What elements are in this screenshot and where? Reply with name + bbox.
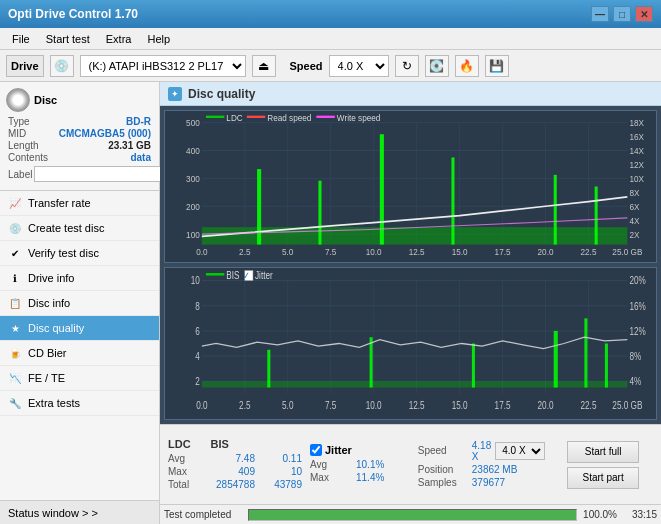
verify-icon: ✔ <box>8 246 22 260</box>
svg-text:12%: 12% <box>629 326 645 337</box>
disc-button[interactable]: 💽 <box>425 55 449 77</box>
svg-text:8%: 8% <box>629 351 641 362</box>
svg-text:18X: 18X <box>629 118 644 129</box>
svg-text:14X: 14X <box>629 145 644 156</box>
bottom-bar: Test completed 100.0% 33:15 <box>160 504 661 524</box>
sidebar-item-label: Verify test disc <box>28 247 99 259</box>
drive-icon-btn[interactable]: 💿 <box>50 55 74 77</box>
disc-quality-title: Disc quality <box>188 87 255 101</box>
disc-label-row: Label ✎ <box>6 164 153 184</box>
svg-text:12.5: 12.5 <box>409 400 425 411</box>
start-full-button[interactable]: Start full <box>567 441 639 463</box>
svg-rect-19 <box>451 157 454 244</box>
svg-rect-51 <box>316 116 334 118</box>
speed-select[interactable]: 4.0 X <box>329 55 389 77</box>
svg-text:10X: 10X <box>629 173 644 184</box>
samples-row: Samples 379677 <box>418 477 545 488</box>
disc-icon <box>6 88 30 112</box>
sidebar-item-verify-test-disc[interactable]: ✔ Verify test disc <box>0 241 159 266</box>
length-label: Length <box>8 140 39 151</box>
save-button[interactable]: 💾 <box>485 55 509 77</box>
svg-text:LDC: LDC <box>226 113 242 124</box>
sidebar-item-cd-bier[interactable]: 🍺 CD Bier <box>0 341 159 366</box>
sidebar-item-extra-tests[interactable]: 🔧 Extra tests <box>0 391 159 416</box>
svg-rect-15 <box>202 227 628 244</box>
svg-text:16%: 16% <box>629 301 645 312</box>
samples-value: 379677 <box>472 477 505 488</box>
svg-text:100: 100 <box>186 229 200 240</box>
disc-contents-row: Contents data <box>6 152 153 163</box>
svg-text:Read speed: Read speed <box>267 113 311 124</box>
svg-rect-71 <box>472 344 475 388</box>
start-part-button[interactable]: Start part <box>567 467 639 489</box>
speed-label: Speed <box>290 60 323 72</box>
max-ldc: 409 <box>210 466 255 477</box>
jitter-avg-label: Avg <box>310 459 340 470</box>
svg-text:15.0: 15.0 <box>452 247 468 258</box>
maximize-button[interactable]: □ <box>613 6 631 22</box>
svg-rect-74 <box>605 344 608 388</box>
close-button[interactable]: ✕ <box>635 6 653 22</box>
chart-ldc-svg: 500 400 300 200 100 18X 16X 14X 12X 10X … <box>165 111 656 262</box>
svg-text:Write speed: Write speed <box>337 113 381 124</box>
sidebar-item-drive-info[interactable]: ℹ Drive info <box>0 266 159 291</box>
sidebar-item-label: Extra tests <box>28 397 80 409</box>
svg-text:200: 200 <box>186 201 200 212</box>
svg-text:Jitter: Jitter <box>255 271 273 282</box>
position-value: 23862 MB <box>472 464 518 475</box>
svg-text:7.5: 7.5 <box>325 247 336 258</box>
minimize-button[interactable]: — <box>591 6 609 22</box>
jitter-header: Jitter <box>310 444 410 456</box>
drive-select[interactable]: (K:) ATAPI iHBS312 2 PL17 <box>80 55 246 77</box>
burn-button[interactable]: 🔥 <box>455 55 479 77</box>
jitter-section: Jitter Avg 10.1% Max 11.4% <box>306 440 414 489</box>
sidebar-item-disc-quality[interactable]: ★ Disc quality <box>0 316 159 341</box>
sidebar-item-create-test-disc[interactable]: 💿 Create test disc <box>0 216 159 241</box>
svg-rect-72 <box>554 331 558 388</box>
jitter-checkbox[interactable] <box>310 444 322 456</box>
label-input[interactable] <box>34 166 167 182</box>
progress-percent: 100.0% <box>581 509 617 520</box>
svg-text:4: 4 <box>195 351 200 362</box>
speed-current-value: 4.18 X <box>472 440 491 462</box>
svg-text:16X: 16X <box>629 132 644 143</box>
sidebar-item-label: Disc info <box>28 297 70 309</box>
svg-rect-96 <box>206 273 224 276</box>
svg-text:300: 300 <box>186 173 200 184</box>
max-bis: 10 <box>267 466 302 477</box>
eject-button[interactable]: ⏏ <box>252 55 276 77</box>
sidebar-item-disc-info[interactable]: 📋 Disc info <box>0 291 159 316</box>
menu-extra[interactable]: Extra <box>98 31 140 47</box>
title-bar: Opti Drive Control 1.70 — □ ✕ <box>0 0 661 28</box>
status-window-button[interactable]: Status window > > <box>0 500 159 524</box>
menu-help[interactable]: Help <box>139 31 178 47</box>
svg-text:8: 8 <box>195 301 200 312</box>
menu-file[interactable]: File <box>4 31 38 47</box>
position-row: Position 23862 MB <box>418 464 545 475</box>
cd-bier-icon: 🍺 <box>8 346 22 360</box>
jitter-avg-row: Avg 10.1% <box>310 459 410 470</box>
svg-text:500: 500 <box>186 118 200 129</box>
length-value: 23.31 GB <box>108 140 151 151</box>
sidebar-item-fe-te[interactable]: 📉 FE / TE <box>0 366 159 391</box>
stats-max-row: Max 409 10 <box>168 466 302 477</box>
sidebar-item-label: Transfer rate <box>28 197 91 209</box>
svg-text:25.0 GB: 25.0 GB <box>612 400 642 411</box>
drive-label: Drive <box>6 55 44 77</box>
window-controls: — □ ✕ <box>591 6 653 22</box>
sidebar-nav: 📈 Transfer rate 💿 Create test disc ✔ Ver… <box>0 191 159 500</box>
jitter-label: Jitter <box>325 444 352 456</box>
refresh-button[interactable]: ↻ <box>395 55 419 77</box>
speed-section: Speed 4.18 X 4.0 X Position 23862 MB Sam… <box>414 436 549 494</box>
sidebar-item-transfer-rate[interactable]: 📈 Transfer rate <box>0 191 159 216</box>
menu-start-test[interactable]: Start test <box>38 31 98 47</box>
disc-section-label: Disc <box>34 94 57 106</box>
stats-total-row: Total 2854788 43789 <box>168 479 302 490</box>
speed-select-stats[interactable]: 4.0 X <box>495 442 545 460</box>
svg-text:10: 10 <box>191 276 200 287</box>
status-window-label: Status window > > <box>8 507 98 519</box>
toolbar: Drive 💿 (K:) ATAPI iHBS312 2 PL17 ⏏ Spee… <box>0 50 661 82</box>
type-value: BD-R <box>126 116 151 127</box>
svg-rect-20 <box>554 175 557 245</box>
jitter-max-row: Max 11.4% <box>310 472 410 483</box>
